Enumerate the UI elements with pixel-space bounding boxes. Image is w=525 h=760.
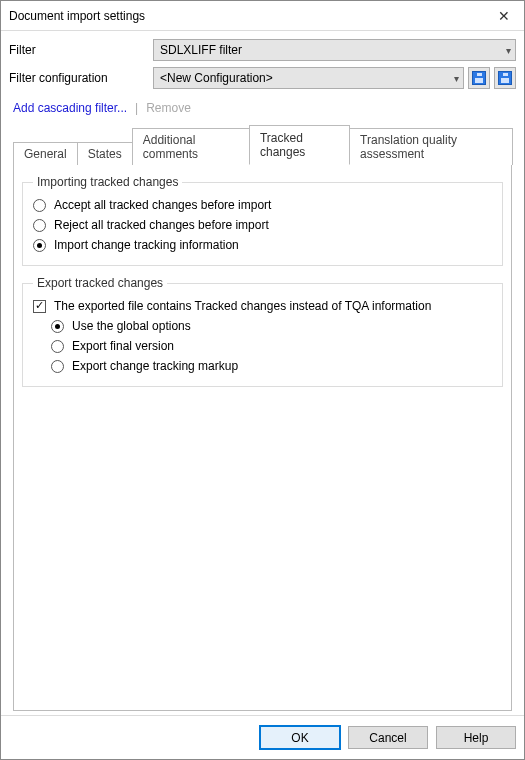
exporting-legend: Export tracked changes (33, 276, 167, 290)
option-reject-all[interactable]: Reject all tracked changes before import (33, 215, 492, 235)
radio-icon (33, 199, 46, 212)
chevron-down-icon: ▾ (506, 45, 511, 56)
filter-row: Filter SDLXLIFF filter ▾ (9, 39, 516, 61)
tab-strip: General States Additional comments Track… (9, 125, 516, 165)
radio-icon (33, 219, 46, 232)
chevron-down-icon: ▾ (454, 73, 459, 84)
option-reject-all-label: Reject all tracked changes before import (54, 218, 269, 232)
add-cascading-filter-link[interactable]: Add cascading filter... (13, 101, 127, 115)
filter-config-value: <New Configuration> (160, 71, 273, 85)
tab-tracked-changes[interactable]: Tracked changes (249, 125, 350, 165)
button-bar: OK Cancel Help (1, 715, 524, 759)
radio-icon (51, 320, 64, 333)
radio-icon (51, 340, 64, 353)
option-export-final[interactable]: Export final version (33, 336, 492, 356)
tab-states[interactable]: States (77, 142, 133, 165)
cancel-button[interactable]: Cancel (348, 726, 428, 749)
checkbox-icon (33, 300, 46, 313)
filter-config-row: Filter configuration <New Configuration>… (9, 67, 516, 89)
window-title: Document import settings (9, 9, 145, 23)
filter-dropdown[interactable]: SDLXLIFF filter ▾ (153, 39, 516, 61)
link-separator: | (135, 101, 138, 115)
cancel-button-label: Cancel (369, 731, 406, 745)
ok-button-label: OK (291, 731, 308, 745)
tab-states-label: States (88, 147, 122, 161)
tab-tqa[interactable]: Translation quality assessment (349, 128, 513, 165)
option-export-contains-tqa[interactable]: The exported file contains Tracked chang… (33, 296, 492, 316)
option-import-info-label: Import change tracking information (54, 238, 239, 252)
close-icon: ✕ (498, 8, 510, 24)
option-export-markup[interactable]: Export change tracking markup (33, 356, 492, 376)
help-button-label: Help (464, 731, 489, 745)
filter-config-label: Filter configuration (9, 71, 149, 85)
save-config-as-button[interactable] (494, 67, 516, 89)
help-button[interactable]: Help (436, 726, 516, 749)
tab-general[interactable]: General (13, 142, 78, 165)
option-accept-all[interactable]: Accept all tracked changes before import (33, 195, 492, 215)
importing-group: Importing tracked changes Accept all tra… (22, 175, 503, 266)
importing-legend: Importing tracked changes (33, 175, 182, 189)
filter-config-dropdown[interactable]: <New Configuration> ▾ (153, 67, 464, 89)
radio-icon (51, 360, 64, 373)
tab-general-label: General (24, 147, 67, 161)
filter-value: SDLXLIFF filter (160, 43, 242, 57)
option-use-global[interactable]: Use the global options (33, 316, 492, 336)
radio-icon (33, 239, 46, 252)
tab-tqa-label: Translation quality assessment (360, 133, 457, 161)
option-export-markup-label: Export change tracking markup (72, 359, 238, 373)
save-config-button[interactable] (468, 67, 490, 89)
tab-tracked-changes-label: Tracked changes (260, 131, 305, 159)
tab-panel: Importing tracked changes Accept all tra… (13, 164, 512, 711)
content-area: Filter SDLXLIFF filter ▾ Filter configur… (1, 31, 524, 715)
option-import-info[interactable]: Import change tracking information (33, 235, 492, 255)
option-export-final-label: Export final version (72, 339, 174, 353)
tab-additional-comments-label: Additional comments (143, 133, 198, 161)
tab-additional-comments[interactable]: Additional comments (132, 128, 250, 165)
remove-filter-link: Remove (146, 101, 191, 115)
close-button[interactable]: ✕ (484, 1, 524, 31)
cascading-link-row: Add cascading filter... | Remove (9, 95, 516, 125)
save-as-icon (498, 71, 512, 85)
option-accept-all-label: Accept all tracked changes before import (54, 198, 271, 212)
option-use-global-label: Use the global options (72, 319, 191, 333)
exporting-group: Export tracked changes The exported file… (22, 276, 503, 387)
save-icon (472, 71, 486, 85)
filter-label: Filter (9, 43, 149, 57)
ok-button[interactable]: OK (260, 726, 340, 749)
option-export-contains-tqa-label: The exported file contains Tracked chang… (54, 299, 431, 313)
titlebar: Document import settings ✕ (1, 1, 524, 31)
